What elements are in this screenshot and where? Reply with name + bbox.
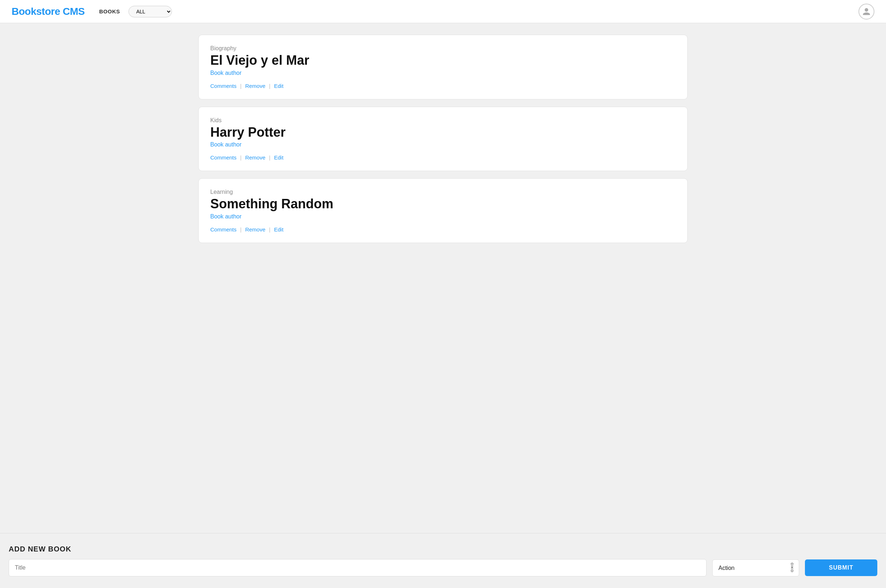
user-avatar[interactable] <box>859 4 874 20</box>
comments-link[interactable]: Comments <box>210 83 237 89</box>
book-actions: Comments | Remove | Edit <box>210 83 676 89</box>
book-card: Learning Something Random Book author Co… <box>199 178 687 243</box>
separator: | <box>269 154 270 160</box>
category-select[interactable]: ActionBiographyKidsLearning <box>712 560 799 576</box>
separator: | <box>240 226 242 232</box>
navbar: Bookstore CMS BOOKS ALLBiographyKidsLear… <box>0 0 886 23</box>
edit-link[interactable]: Edit <box>274 83 283 89</box>
edit-link[interactable]: Edit <box>274 154 283 160</box>
main-content: Biography El Viejo y el Mar Book author … <box>190 23 696 320</box>
user-icon <box>862 7 871 16</box>
book-category: Kids <box>210 117 676 124</box>
book-category: Biography <box>210 45 676 52</box>
book-title: Something Random <box>210 197 676 211</box>
separator: | <box>269 83 270 89</box>
add-book-section: ADD NEW BOOK ActionBiographyKidsLearning… <box>0 533 886 588</box>
book-list: Biography El Viejo y el Mar Book author … <box>199 35 687 243</box>
bottom-spacer <box>199 250 687 308</box>
book-title: Harry Potter <box>210 125 676 140</box>
brand-logo: Bookstore CMS <box>12 6 85 17</box>
edit-link[interactable]: Edit <box>274 226 283 232</box>
book-category: Learning <box>210 189 676 195</box>
category-select-wrapper: ActionBiographyKidsLearning ⇧⇩ <box>712 560 799 576</box>
separator: | <box>240 154 242 160</box>
separator: | <box>269 226 270 232</box>
separator: | <box>240 83 242 89</box>
book-title: El Viejo y el Mar <box>210 53 676 68</box>
remove-link[interactable]: Remove <box>245 154 265 160</box>
book-card: Kids Harry Potter Book author Comments |… <box>199 106 687 171</box>
comments-link[interactable]: Comments <box>210 154 237 160</box>
remove-link[interactable]: Remove <box>245 226 265 232</box>
add-book-form: ActionBiographyKidsLearning ⇧⇩ SUBMIT <box>9 559 877 576</box>
book-author: Book author <box>210 141 676 148</box>
add-book-title: ADD NEW BOOK <box>9 545 877 553</box>
book-actions: Comments | Remove | Edit <box>210 154 676 160</box>
remove-link[interactable]: Remove <box>245 83 265 89</box>
book-title-input[interactable] <box>9 559 707 576</box>
book-actions: Comments | Remove | Edit <box>210 226 676 232</box>
filter-select[interactable]: ALLBiographyKidsLearningAction <box>128 6 172 17</box>
book-author: Book author <box>210 70 676 76</box>
book-author: Book author <box>210 213 676 220</box>
comments-link[interactable]: Comments <box>210 226 237 232</box>
submit-button[interactable]: SUBMIT <box>805 560 877 576</box>
book-card: Biography El Viejo y el Mar Book author … <box>199 35 687 99</box>
books-nav-link[interactable]: BOOKS <box>99 8 120 15</box>
